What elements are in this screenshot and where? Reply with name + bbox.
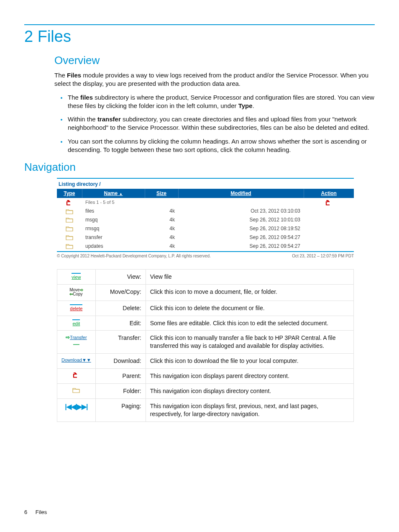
edit-icon[interactable]: edit — [72, 319, 80, 327]
cell-name[interactable]: msgq — [82, 216, 145, 224]
table-row: msgq4kSep 26, 2012 10:01:03 — [57, 216, 354, 224]
legend-row: editEdit:Some files are editable. Click … — [57, 316, 354, 331]
download-icon[interactable]: Download▼▼ — [61, 357, 91, 362]
legend-desc: This navigation icon displays directory … — [146, 384, 353, 399]
col-header-name-label: Name — [104, 190, 118, 196]
legend-desc: Click this icon to move a document, file… — [146, 284, 353, 301]
legend-desc: Click this icon to manually transfer a f… — [146, 331, 353, 354]
legend-label: Paging: — [95, 398, 146, 421]
parent-icon[interactable] — [73, 374, 79, 379]
cell-modified: Sep 26, 2012 09:54:27 — [178, 242, 304, 250]
legend-row: ⇨Transfer━━━Transfer:Click this icon to … — [57, 331, 354, 354]
sort-ascending-icon: ▲ — [119, 192, 123, 196]
folder-icon[interactable] — [66, 243, 73, 249]
legend-row: Download▼▼Download:Click this icon to do… — [57, 354, 354, 369]
legend-row: Move➪⇦CopyMove/Copy:Click this icon to m… — [57, 284, 354, 301]
col-header-type[interactable]: Type — [57, 189, 82, 198]
col-header-modified[interactable]: Modified — [178, 189, 304, 198]
overview-bullet: Within the transfer subdirectory, you ca… — [67, 115, 375, 132]
legend-label: Edit: — [95, 316, 146, 331]
cell-modified: Sep 26, 2012 08:19:52 — [178, 224, 304, 233]
table-row: files4kOct 23, 2012 03:10:03 — [57, 207, 354, 216]
cell-name[interactable]: rmsgq — [82, 224, 145, 233]
folder-icon[interactable] — [66, 217, 73, 223]
folder-icon[interactable] — [66, 208, 73, 214]
legend-row: Folder:This navigation icon displays dir… — [57, 384, 354, 399]
listing-timestamp: Oct 23, 2012 – 12:07:59 PM PDT — [292, 254, 354, 258]
pager-label: Files 1 - 5 of 5 — [82, 198, 145, 207]
overview-intro: The Files module provides a way to view … — [54, 71, 375, 88]
legend-row: Parent:This navigation icon displays par… — [57, 369, 354, 384]
listing-parent-row: Files 1 - 5 of 5 — [57, 198, 354, 207]
legend-desc: View file — [146, 269, 353, 284]
parent-icon[interactable] — [325, 199, 332, 205]
section-overview-heading: Overview — [54, 54, 375, 67]
legend-desc: Click this icon to delete the document o… — [146, 301, 353, 316]
legend-label: View: — [95, 269, 146, 284]
cell-size: 4k — [145, 242, 178, 250]
delete-icon[interactable]: delete — [70, 304, 82, 312]
col-header-size[interactable]: Size — [145, 189, 178, 198]
cell-size: 4k — [145, 224, 178, 233]
cell-modified: Sep 26, 2012 09:54:27 — [178, 233, 304, 242]
cell-size: 4k — [145, 216, 178, 224]
legend-label: Download: — [95, 354, 146, 369]
footer-section: Files — [36, 509, 47, 515]
transfer-icon[interactable]: ⇨Transfer━━━ — [66, 335, 87, 346]
legend-label: Transfer: — [95, 331, 146, 354]
legend-desc: This navigation icon displays first, pre… — [146, 398, 353, 421]
legend-label: Folder: — [95, 384, 146, 399]
folder-icon[interactable] — [72, 389, 80, 394]
legend-label: Delete: — [95, 301, 146, 316]
legend-desc: Some files are editable. Click this icon… — [146, 316, 353, 331]
view-icon[interactable]: view — [72, 273, 81, 280]
parent-icon[interactable] — [66, 199, 73, 205]
col-header-name[interactable]: Name ▲ — [82, 189, 145, 198]
legend-label: Parent: — [95, 369, 146, 384]
listing-title: Listing directory / — [57, 178, 354, 189]
cell-name[interactable]: files — [82, 207, 145, 216]
legend-row: deleteDelete:Click this icon to delete t… — [57, 301, 354, 316]
cell-size: 4k — [145, 207, 178, 216]
overview-bullet: You can sort the columns by clicking the… — [67, 137, 375, 154]
file-listing: Listing directory / Type Name ▲ Size Mod… — [57, 178, 354, 258]
table-row: transfer4kSep 26, 2012 09:54:27 — [57, 233, 354, 242]
cell-name[interactable]: transfer — [82, 233, 145, 242]
cell-modified: Oct 23, 2012 03:10:03 — [178, 207, 304, 216]
legend-desc: This navigation icon displays parent dir… — [146, 369, 353, 384]
legend-row: |◀◀|▶▶|Paging:This navigation icon displ… — [57, 398, 354, 421]
listing-copyright: © Copyright 2012 Hewlett-Packard Develop… — [57, 254, 211, 258]
page-footer: 6 Files — [24, 509, 47, 515]
col-header-action[interactable]: Action — [304, 189, 354, 198]
icon-legend-table: viewView:View fileMove➪⇦CopyMove/Copy:Cl… — [57, 269, 354, 422]
cell-modified: Sep 26, 2012 10:01:03 — [178, 216, 304, 224]
move-copy-icon[interactable]: Move➪⇦Copy — [69, 288, 83, 296]
chapter-title: 2 Files — [24, 28, 375, 46]
cell-name[interactable]: updates — [82, 242, 145, 250]
legend-label: Move/Copy: — [95, 284, 146, 301]
cell-size: 4k — [145, 233, 178, 242]
table-row: updates4kSep 26, 2012 09:54:27 — [57, 242, 354, 250]
folder-icon[interactable] — [66, 225, 73, 231]
legend-desc: Click this icon to download the file to … — [146, 354, 353, 369]
page-number: 6 — [24, 509, 27, 515]
legend-row: viewView:View file — [57, 269, 354, 284]
overview-bullet: The files subdirectory is where the prod… — [67, 93, 375, 111]
section-navigation-heading: Navigation — [24, 161, 375, 174]
paging-icon[interactable]: |◀◀|▶▶| — [65, 403, 87, 410]
overview-bullets: The files subdirectory is where the prod… — [54, 93, 375, 154]
folder-icon[interactable] — [66, 234, 73, 240]
table-row: rmsgq4kSep 26, 2012 08:19:52 — [57, 224, 354, 233]
